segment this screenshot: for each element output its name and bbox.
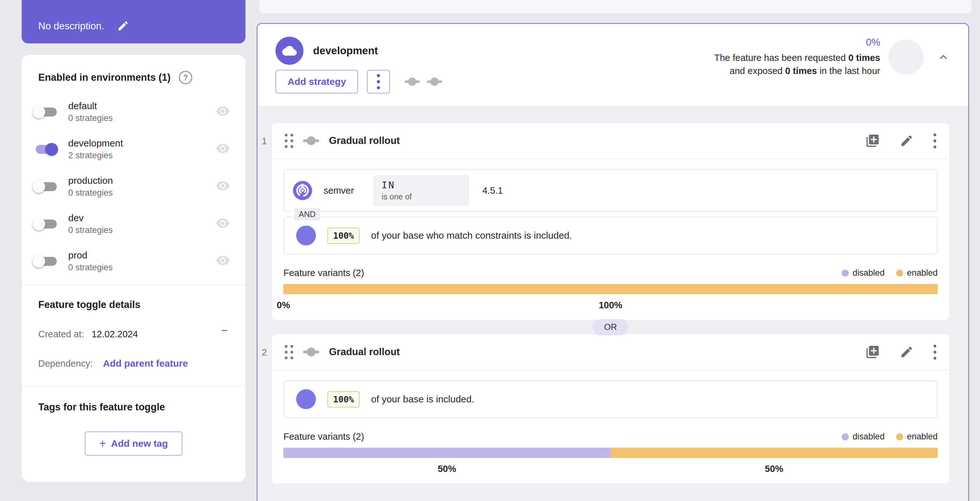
variants-bar-labels: 0% 100% — [283, 294, 938, 313]
copy-strategy-icon[interactable] — [865, 133, 880, 148]
constraint-row: semver IN is one of 4.5.1 — [283, 169, 938, 212]
feature-sidebar-card: Enabled in environments (1) ? default 0 … — [22, 55, 245, 482]
legend-enabled-label: enabled — [907, 268, 938, 278]
strategy-title: Gradual rollout — [329, 346, 400, 358]
environment-name: production — [68, 175, 215, 186]
drag-handle-icon[interactable] — [285, 134, 293, 148]
strategy-index: 2 — [262, 347, 267, 358]
strategy-more-menu-icon[interactable] — [934, 133, 936, 148]
feature-details-title: Feature toggle details — [38, 299, 229, 311]
bar-label: 50% — [765, 464, 783, 474]
bar-label: 100% — [599, 300, 622, 311]
and-connector-chip: AND — [293, 207, 321, 222]
strategy-icon — [303, 136, 320, 146]
variants-legend: disabled enabled — [842, 268, 938, 278]
environment-strategy-count: 0 strategies — [68, 188, 215, 198]
feature-variants-label: Feature variants (2) — [283, 268, 364, 278]
toggle-production[interactable] — [32, 179, 60, 195]
description-card: No description. — [22, 0, 245, 43]
collapse-environment-icon[interactable] — [936, 50, 950, 64]
environment-name: prod — [68, 250, 215, 261]
add-strategy-button[interactable]: Add strategy — [275, 70, 358, 94]
bar-label: 0% — [277, 300, 290, 311]
constraint-operator: IN — [382, 180, 461, 190]
environment-row-development: development 2 strategies — [22, 131, 245, 168]
add-new-tag-label: Add new tag — [111, 438, 168, 449]
edit-strategy-icon[interactable] — [900, 134, 914, 148]
visibility-icon[interactable] — [215, 144, 230, 155]
legend-enabled-label: enabled — [907, 432, 938, 442]
environments-section-title: Enabled in environments (1) — [38, 72, 170, 83]
strategy-icon — [427, 77, 442, 86]
rollout-percentage-chip: 100% — [328, 228, 360, 244]
legend-disabled-label: disabled — [853, 432, 885, 442]
exposure-donut — [888, 40, 924, 75]
constraint-icon — [293, 181, 312, 200]
metrics-line-2: and exposed 0 times in the last hour — [714, 64, 880, 78]
legend-disabled-label: disabled — [853, 268, 885, 278]
collapse-details-button[interactable]: − — [221, 327, 228, 333]
visibility-icon[interactable] — [215, 181, 230, 192]
dependency-label: Dependency: — [38, 358, 93, 369]
visibility-icon[interactable] — [215, 107, 230, 117]
variants-bar — [283, 448, 938, 458]
rollout-row: 100% of your base who match constraints … — [283, 217, 938, 254]
legend-enabled-dot — [896, 433, 903, 440]
constraint-value: 4.5.1 — [482, 185, 503, 196]
add-new-tag-button[interactable]: + Add new tag — [85, 431, 182, 456]
help-icon[interactable]: ? — [179, 71, 192, 84]
toggle-dev[interactable] — [32, 216, 60, 232]
environment-name: development — [68, 138, 215, 149]
variants-bar-enabled-segment — [611, 448, 938, 458]
exposure-percentage: 0% — [714, 37, 880, 48]
environment-name: default — [68, 101, 215, 112]
constraint-operator-chip: IN is one of — [373, 175, 469, 206]
legend-disabled-dot — [842, 433, 849, 440]
feature-details-section: Feature toggle details Created at: 12.02… — [22, 285, 245, 369]
description-text: No description. — [38, 21, 104, 32]
collapsed-panel-strip — [259, 0, 971, 13]
strategy-more-menu-icon[interactable] — [934, 345, 936, 360]
rollout-donut — [296, 226, 316, 246]
environment-row-dev: dev 0 strategies — [22, 205, 245, 243]
visibility-icon[interactable] — [215, 256, 230, 267]
copy-strategy-icon[interactable] — [865, 345, 880, 359]
variants-bar — [283, 284, 938, 294]
rollout-row: 100% of your base is included. — [283, 380, 938, 418]
legend-enabled-dot — [896, 270, 903, 277]
visibility-icon[interactable] — [215, 219, 230, 230]
created-at-value: 12.02.2024 — [92, 329, 138, 340]
environment-name-title: development — [313, 45, 378, 57]
strategy-icon — [404, 77, 420, 86]
toggle-default[interactable] — [32, 104, 60, 120]
drag-handle-icon[interactable] — [285, 345, 293, 359]
add-parent-feature-link[interactable]: Add parent feature — [103, 358, 188, 369]
toggle-development[interactable] — [32, 141, 60, 158]
constraint-operator-caption: is one of — [382, 192, 461, 201]
variants-bar-labels: 50% 50% — [283, 458, 938, 476]
environment-strategy-count: 2 strategies — [68, 151, 215, 161]
edit-strategy-icon[interactable] — [900, 345, 914, 359]
toggle-prod[interactable] — [32, 253, 60, 270]
metrics-line-1: The feature has been requested 0 times — [714, 51, 880, 64]
cloud-environment-icon — [275, 37, 304, 65]
constraint-context-name: semver — [324, 185, 362, 196]
legend-disabled-dot — [842, 270, 849, 277]
variants-bar-disabled-segment — [283, 448, 611, 458]
rollout-description: of your base is included. — [371, 394, 474, 405]
strategy-title: Gradual rollout — [329, 135, 400, 147]
environment-strategy-count: 0 strategies — [68, 263, 215, 273]
rollout-description: of your base who match constraints is in… — [371, 230, 572, 241]
rollout-percentage-chip: 100% — [328, 391, 360, 407]
tags-section-title: Tags for this feature toggle — [38, 401, 229, 413]
environment-row-prod: prod 0 strategies — [22, 243, 245, 280]
environment-more-menu-button[interactable] — [367, 70, 390, 94]
tags-section: Tags for this feature toggle + Add new t… — [22, 386, 245, 456]
environment-strategy-count: 0 strategies — [68, 225, 215, 235]
environment-row-default: default 0 strategies — [22, 93, 245, 131]
environment-header: development Add strategy 0% — [258, 24, 968, 105]
strategy-icon — [303, 347, 320, 357]
edit-description-icon[interactable] — [117, 20, 129, 32]
strategy-card-1: 1 Gradual rollout — [272, 123, 949, 320]
feature-variants-label: Feature variants (2) — [283, 431, 364, 442]
